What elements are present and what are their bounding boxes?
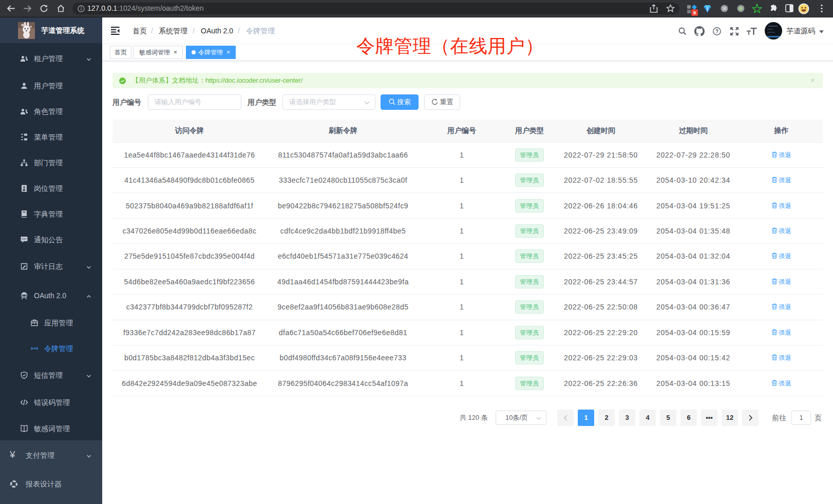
svg-text:?: ? <box>715 29 718 34</box>
svg-text:⌘: ⌘ <box>722 6 727 11</box>
svg-text:9: 9 <box>693 10 696 15</box>
